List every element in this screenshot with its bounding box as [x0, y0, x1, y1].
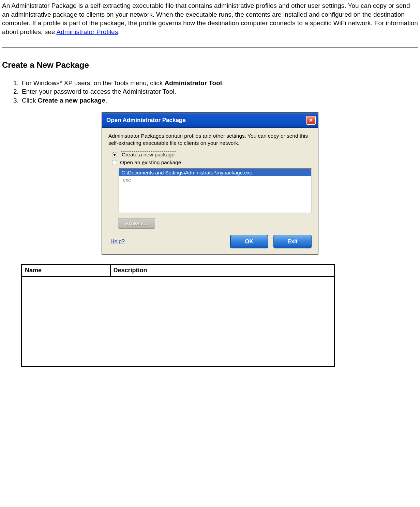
- close-icon[interactable]: ✕: [306, 116, 316, 125]
- administrator-profiles-link[interactable]: Administrator Profiles: [57, 28, 118, 35]
- steps-list: For Windows* XP users: on the Tools menu…: [2, 79, 418, 105]
- dialog-description: Administrator Packages contain profiles …: [108, 133, 312, 146]
- dialog-titlebar: Open Administrator Package ✕: [102, 113, 318, 128]
- package-listbox[interactable]: C:\Documents and Settings\Administrator\…: [119, 168, 312, 213]
- step-1: For Windows* XP users: on the Tools menu…: [20, 79, 418, 88]
- step-2: Enter your password to access the Admini…: [20, 87, 418, 96]
- help-link[interactable]: Help?: [110, 239, 125, 245]
- browse-label: rowse...: [129, 220, 148, 226]
- step-3-suffix: .: [105, 97, 107, 104]
- radio2-post: xisting package: [145, 159, 181, 165]
- list-item[interactable]: .exe: [119, 176, 311, 183]
- step-3-prefix: Click: [22, 97, 38, 104]
- step-3-bold: Create a new package: [38, 97, 105, 104]
- radio-icon: [112, 152, 117, 157]
- radio2-pre: Open an: [120, 159, 142, 165]
- exit-accel: E: [287, 239, 291, 244]
- dialog-title: Open Administrator Package: [106, 117, 186, 124]
- exit-button[interactable]: Exit: [273, 235, 312, 248]
- list-item[interactable]: C:\Documents and Settings\Administrator\…: [119, 169, 311, 176]
- radio-icon: [112, 160, 117, 165]
- radio-open-existing-package[interactable]: Open an existing package: [112, 159, 312, 166]
- radio-create-new-package[interactable]: Create a new package: [112, 151, 312, 158]
- radio1-post: reate a new package: [125, 152, 175, 157]
- radio1-accel: C: [122, 152, 125, 157]
- table-body-cell: [22, 276, 334, 367]
- ok-button[interactable]: OK: [230, 235, 268, 248]
- step-1-prefix: For Windows* XP users: on the Tools menu…: [22, 79, 165, 87]
- step-3: Click Create a new package.: [20, 96, 418, 105]
- ok-accel: O: [245, 239, 249, 244]
- table-header-name: Name: [22, 264, 110, 276]
- browse-accel: B: [125, 220, 129, 226]
- definitions-table: Name Description: [21, 264, 335, 367]
- intro-paragraph: An Administrator Package is a self-extra…: [2, 1, 418, 36]
- ok-label: K: [249, 239, 253, 244]
- browse-button: Browse...: [118, 218, 155, 229]
- step-1-suffix: .: [222, 79, 224, 87]
- section-divider: [2, 47, 418, 48]
- open-admin-package-dialog: Open Administrator Package ✕ Administrat…: [102, 113, 318, 254]
- intro-suffix: .: [118, 28, 120, 35]
- exit-label: xit: [291, 239, 298, 244]
- section-heading: Create a New Package: [2, 60, 418, 70]
- step-1-bold: Administrator Tool: [165, 79, 222, 87]
- table-header-description: Description: [110, 264, 334, 276]
